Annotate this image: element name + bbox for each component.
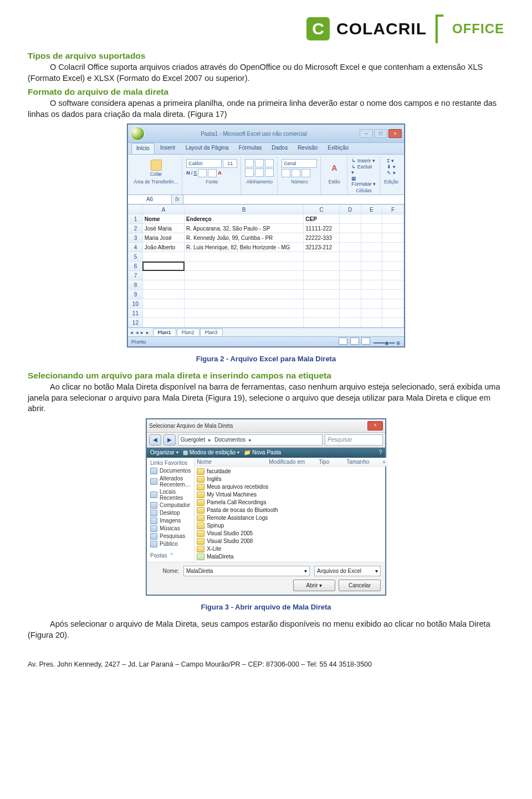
list-item[interactable]: Spinup [197,522,386,530]
cell[interactable] [304,309,340,318]
cell[interactable] [382,309,404,318]
close-button[interactable]: × [388,129,402,138]
list-item[interactable]: Visual Studio 2005 [197,530,386,537]
number-format-select[interactable]: Geral [282,159,317,168]
styles-button[interactable]: A [325,163,344,172]
breadcrumb-path[interactable]: Guergolet ▸ Documentos ▸ [178,434,323,445]
cell[interactable] [185,299,304,309]
list-item[interactable]: Pamela Call Recordings [197,499,386,506]
cell[interactable] [361,299,382,309]
sheet-tab-3[interactable]: Plan3 [200,329,223,336]
new-folder-button[interactable]: 📁 Nova Pasta [244,449,281,455]
tab-layout[interactable]: Layout da Página [181,143,233,154]
sidebar-item[interactable]: Documentos [150,467,191,475]
column-headers[interactable]: Nome Modificado em Tipo Tamanho » [195,458,388,467]
col-E[interactable]: E [361,205,382,214]
cell[interactable] [382,299,404,309]
cell[interactable] [382,214,404,224]
align-middle-button[interactable] [255,159,264,167]
organize-button[interactable]: Organizar ▾ [150,449,178,455]
cell[interactable] [185,290,304,299]
cell[interactable] [361,224,382,233]
row-header[interactable]: 4 [129,243,143,252]
table-row[interactable]: 6 [129,262,404,271]
list-item[interactable]: Pasta de trocas do Bluetooth [197,506,386,514]
col-modified[interactable]: Modificado em [269,459,313,465]
breadcrumb-1[interactable]: Guergolet [181,437,205,443]
cell[interactable]: José Maria [142,224,184,233]
bold-button[interactable]: N [186,170,190,176]
cell[interactable]: R. Apucarana, 32, São Paulo - SP [185,224,304,233]
sidebar-item[interactable]: Alterados Recentem… [150,475,191,488]
cell[interactable] [382,252,404,262]
cell[interactable] [339,290,361,299]
cell[interactable] [382,271,404,280]
sidebar-item[interactable]: Pesquisas [150,532,191,540]
tab-revisao[interactable]: Revisão [293,143,322,154]
table-row[interactable]: 8 [129,280,404,290]
col-A[interactable]: A [142,205,184,214]
cell[interactable] [361,214,382,224]
row-header[interactable]: 9 [129,290,143,299]
list-item[interactable]: Inglês [197,475,386,483]
cell[interactable] [185,271,304,280]
table-row[interactable]: 1NomeEndereçoCEP [129,214,404,224]
cell[interactable] [142,299,184,309]
cell[interactable] [304,290,340,299]
cell[interactable]: João Alberto [142,243,184,252]
cell[interactable] [185,309,304,318]
cell[interactable] [304,280,340,290]
cell[interactable] [142,309,184,318]
row-header[interactable]: 7 [129,271,143,280]
cell[interactable] [142,252,184,262]
cell[interactable] [339,243,361,252]
align-right-button[interactable] [265,168,274,177]
cell[interactable] [361,252,382,262]
row-header[interactable]: 3 [129,233,143,243]
row-header[interactable]: 1 [129,214,143,224]
table-row[interactable]: 10 [129,299,404,309]
spreadsheet-grid[interactable]: A B C D E F 1NomeEndereçoCEP2José MariaR… [128,204,404,327]
cell[interactable] [339,252,361,262]
cell[interactable] [185,280,304,290]
sidebar-item[interactable]: Locais Recentes [150,488,191,501]
table-row[interactable]: 12 [129,318,404,327]
border-button[interactable] [198,169,207,177]
cell[interactable] [304,299,340,309]
percent-button[interactable] [291,169,300,177]
cell[interactable] [304,252,340,262]
breadcrumb-2[interactable]: Documentos [214,437,245,443]
row-header[interactable]: 6 [129,262,143,271]
tab-dados[interactable]: Dados [267,143,292,154]
font-size-select[interactable]: 11 [223,159,237,168]
cell[interactable] [361,233,382,243]
table-row[interactable]: 11 [129,309,404,318]
view-layout-icon[interactable] [350,337,359,345]
col-F[interactable]: F [382,205,404,214]
list-item[interactable]: MalaDireta [197,553,386,561]
sidebar-item[interactable]: Desktop [150,509,191,517]
cells-format-button[interactable]: ▦ Formatar ▾ [351,176,376,187]
cell[interactable] [185,252,304,262]
nav-forward-button[interactable]: ▶ [163,434,176,445]
col-type[interactable]: Tipo [319,459,341,465]
align-left-button[interactable] [245,168,254,177]
cell[interactable] [142,271,184,280]
cell[interactable] [361,290,382,299]
fill-color-button[interactable] [208,169,217,177]
cell[interactable] [339,280,361,290]
cell[interactable] [339,262,361,271]
list-item[interactable]: X-Lite [197,545,386,553]
row-header[interactable]: 10 [129,299,143,309]
cell[interactable]: Nome [142,214,184,224]
list-item[interactable]: Meus arquivos recebidos [197,483,386,491]
sidebar-item[interactable]: Imagens [150,517,191,525]
cell[interactable] [142,280,184,290]
table-row[interactable]: 4João AlbertoR. Luis Henrique, 82, Belo … [129,243,404,252]
table-row[interactable]: 5 [129,252,404,262]
cell[interactable] [304,271,340,280]
cell[interactable] [142,262,184,271]
cell[interactable]: 32123-212 [304,243,340,252]
office-orb-icon[interactable] [130,126,145,141]
cell[interactable] [339,233,361,243]
